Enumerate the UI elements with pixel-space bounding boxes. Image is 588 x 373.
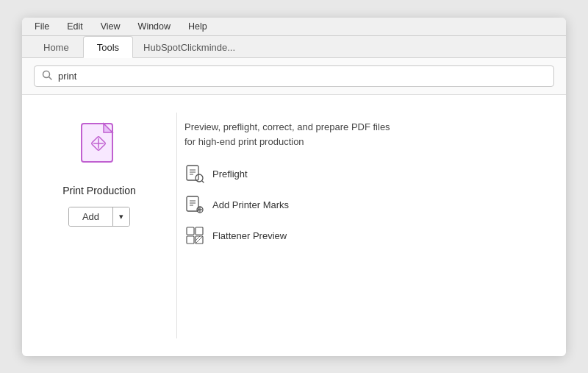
- search-icon: [42, 70, 52, 82]
- menu-window[interactable]: Window: [136, 21, 173, 32]
- subtool-preflight[interactable]: Preflight: [184, 163, 544, 184]
- tab-home[interactable]: Home: [29, 36, 83, 57]
- main-content: Print Production Add ▾ Preview, prefligh…: [22, 95, 566, 356]
- search-box: [34, 65, 554, 87]
- preflight-icon: [184, 163, 205, 184]
- tool-description: Preview, preflight, correct, and prepare…: [184, 120, 390, 149]
- add-dropdown-button[interactable]: ▾: [113, 207, 129, 226]
- tab-bar: Home Tools HubSpotClickminde...: [22, 36, 566, 58]
- search-area: [22, 58, 566, 95]
- flattener-label: Flattener Preview: [212, 230, 287, 241]
- add-button-group: Add ▾: [68, 207, 130, 227]
- svg-rect-20: [196, 227, 203, 235]
- svg-line-8: [202, 181, 204, 183]
- tab-hubspot[interactable]: HubSpotClickminde...: [133, 37, 245, 57]
- search-input[interactable]: [58, 71, 546, 82]
- menu-edit[interactable]: Edit: [65, 21, 85, 32]
- add-button[interactable]: Add: [69, 207, 113, 226]
- menu-view[interactable]: View: [98, 21, 123, 32]
- svg-rect-19: [187, 227, 194, 235]
- printer-marks-label: Add Printer Marks: [212, 199, 289, 210]
- vertical-divider: [176, 113, 177, 338]
- subtool-flattener[interactable]: Flattener Preview: [184, 225, 544, 246]
- menu-help[interactable]: Help: [186, 21, 209, 32]
- flattener-icon: [184, 225, 205, 246]
- svg-rect-21: [187, 236, 194, 244]
- preflight-label: Preflight: [212, 168, 248, 180]
- tool-title: Print Production: [62, 185, 136, 196]
- tool-right-panel: Preview, preflight, correct, and prepare…: [184, 113, 544, 246]
- subtool-printer-marks[interactable]: Add Printer Marks: [184, 194, 544, 215]
- menu-file[interactable]: File: [32, 21, 51, 32]
- tool-left-panel: Print Production Add ▾: [44, 113, 176, 227]
- svg-line-1: [49, 77, 52, 80]
- svg-rect-6: [187, 166, 198, 180]
- tool-icon-container: [74, 120, 125, 177]
- tab-tools[interactable]: Tools: [83, 36, 133, 58]
- app-window: File Edit View Window Help Home Tools Hu…: [22, 18, 566, 356]
- subtool-list: Preflight: [184, 163, 544, 246]
- print-production-icon: [77, 122, 121, 175]
- printer-marks-icon: [184, 194, 205, 215]
- menubar: File Edit View Window Help: [22, 18, 566, 36]
